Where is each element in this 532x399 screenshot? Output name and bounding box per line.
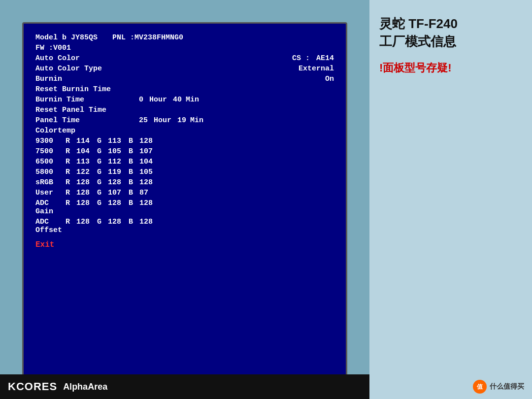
reset-panel-label: Reset Panel Time <box>35 106 106 114</box>
mode-title: 工厂模式信息 <box>379 33 522 50</box>
reset-panel-row: Reset Panel Time <box>35 106 334 114</box>
smzdm-text: 什么值得买 <box>490 382 524 391</box>
pnl-value: MV238FHMNG0 <box>134 33 183 42</box>
reset-burnin-label: Reset Burnin Time <box>35 85 111 94</box>
colortemp-data-row: 5800 R 122 G 119 B 105 <box>35 168 334 176</box>
panel-time-row: Panel Time 25 Hour 19 Min <box>35 116 334 125</box>
auto-color-label: Auto Color <box>35 54 80 63</box>
burnin-min-text: Min <box>186 96 199 104</box>
burnin-time-label: Burnin Time <box>35 96 124 104</box>
exit-button[interactable]: Exit <box>35 240 54 249</box>
panel-time-label: Panel Time <box>35 116 124 125</box>
colortemp-data-row: 7500 R 104 G 105 B 107 <box>35 147 334 156</box>
pnl-label: PNL : <box>112 33 134 42</box>
burnin-time-hours: 0 <box>139 96 143 104</box>
right-panel: 灵蛇 TF-F240 工厂模式信息 !面板型号存疑! <box>369 0 532 399</box>
burnin-label: Burnin <box>35 75 62 83</box>
kcores-logo: KCORES <box>8 380 57 393</box>
reset-burnin-row: Reset Burnin Time <box>35 85 334 94</box>
burnin-row: Burnin On <box>35 75 334 83</box>
panel-time-hours: 25 <box>139 116 148 125</box>
colortemp-data-row: 6500 R 113 G 112 B 104 <box>35 158 334 166</box>
bottom-bar: KCORES AlphaArea <box>0 374 369 399</box>
burnin-time-mins: 40 <box>173 96 182 104</box>
monitor-area: Model b JY85QS PNL : MV238FHMNG0 FW : V0… <box>0 0 369 399</box>
panel-title: 灵蛇 TF-F240 工厂模式信息 <box>379 15 522 51</box>
colortemp-data-row: User R 128 G 107 B 87 <box>35 189 334 197</box>
burnin-value: On <box>325 75 334 83</box>
panel-time-mins: 19 <box>177 116 186 125</box>
fw-label: FW : <box>35 44 53 52</box>
exit-row[interactable]: Exit <box>35 236 334 249</box>
fw-row: FW : V001 <box>35 44 334 52</box>
panel-hour-text: Hour <box>154 116 171 125</box>
auto-color-row: Auto Color CS : AE14 <box>35 54 334 63</box>
fw-value: V001 <box>53 44 71 52</box>
auto-color-type-label: Auto Color Type <box>35 65 102 73</box>
auto-color-type-row: Auto Color Type External <box>35 65 334 73</box>
colortemp-data-row: 9300 R 114 G 113 B 128 <box>35 137 334 145</box>
bottom-right-bar: 值 什么值得买 <box>369 374 532 399</box>
osd-screen: Model b JY85QS PNL : MV238FHMNG0 FW : V0… <box>22 22 347 377</box>
burnin-hour-text: Hour <box>149 96 167 104</box>
warning-text: !面板型号存疑! <box>379 61 522 75</box>
auto-color-cs: CS : AE14 <box>292 54 334 63</box>
panel-min-text: Min <box>190 116 203 125</box>
colortemp-table: 9300 R 114 G 113 B 128 7500 R 104 G 105 … <box>35 137 334 234</box>
colortemp-data-row: ADC Offset R 128 G 128 B 128 <box>35 218 334 234</box>
burnin-time-row: Burnin Time 0 Hour 40 Min <box>35 96 334 104</box>
auto-color-type-value: External <box>299 65 334 73</box>
model-row: Model b JY85QS PNL : MV238FHMNG0 <box>35 33 334 42</box>
model-label: Model b JY85QS <box>35 33 98 42</box>
alpha-area-text: AlphaArea <box>63 382 107 392</box>
colortemp-label: Colortemp <box>35 127 75 135</box>
colortemp-data-row: ADC Gain R 128 G 128 B 128 <box>35 199 334 216</box>
smzdm-icon: 值 <box>473 380 487 394</box>
colortemp-header-row: Colortemp <box>35 127 334 135</box>
brand-name: 灵蛇 TF-F240 <box>379 15 522 33</box>
colortemp-data-row: sRGB R 128 G 128 B 128 <box>35 178 334 187</box>
